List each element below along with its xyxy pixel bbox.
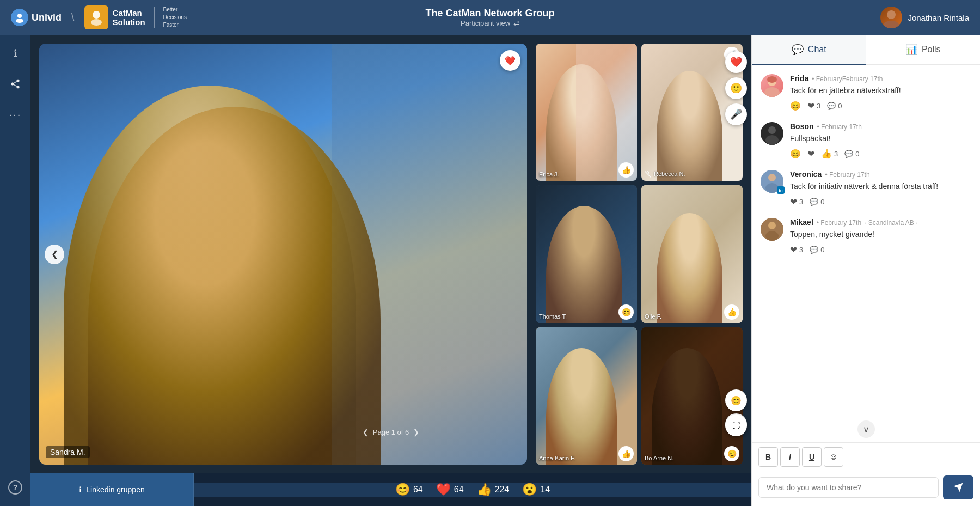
msg-author-frida: Frida bbox=[790, 74, 808, 83]
chat-tab-label: Chat bbox=[808, 45, 826, 54]
svg-point-24 bbox=[765, 231, 779, 241]
msg-content-mikael: Mikael • February 17th · Scandinavia AB … bbox=[790, 218, 971, 255]
avatar-mikael bbox=[761, 218, 783, 241]
main-speaker-stream bbox=[39, 44, 527, 465]
comment-btn-v[interactable]: 💬 0 bbox=[810, 198, 824, 206]
stat-smiley: 😊 64 bbox=[395, 483, 423, 497]
tab-chat[interactable]: 💬 Chat bbox=[752, 35, 866, 65]
prev-page-icon[interactable]: ❮ bbox=[363, 428, 369, 436]
reaction-heart-m[interactable]: ❤ 3 bbox=[790, 245, 803, 255]
message-boson: Boson • February 17th Fullspäckat! 😊 ❤ 👍… bbox=[761, 122, 971, 159]
main-speaker-video: Sandra M. ❤️ bbox=[39, 44, 527, 465]
svg-point-13 bbox=[764, 87, 780, 97]
emoji-float-btn[interactable]: 😊 bbox=[725, 389, 747, 411]
polls-tab-label: Polls bbox=[922, 45, 941, 54]
right-reaction-column: ❤️ 🙂 🎤 bbox=[725, 51, 747, 125]
msg-header-mikael: Mikael • February 17th · Scandinavia AB … bbox=[790, 218, 971, 227]
top-smiley-btn[interactable]: 🙂 bbox=[725, 77, 747, 99]
main-content: ℹ ··· ? ❮ bbox=[0, 35, 980, 506]
msg-author-boson: Boson bbox=[790, 122, 814, 131]
univid-text: Univid bbox=[32, 12, 62, 23]
emoji-picker-btn[interactable]: ☺ bbox=[824, 447, 843, 467]
bottom-bar: ℹ Linkedin gruppen 😊 64 ❤️ 64 👍 224 😮 bbox=[30, 473, 751, 506]
svg-point-2 bbox=[93, 11, 100, 19]
chat-input[interactable] bbox=[758, 477, 939, 498]
avatar-boson bbox=[761, 122, 783, 145]
chat-input-row bbox=[752, 471, 980, 506]
reaction-heart-f[interactable]: ❤ 3 bbox=[807, 101, 820, 111]
thumb-name-thomas: Thomas T. bbox=[539, 313, 567, 320]
italic-btn[interactable]: I bbox=[780, 447, 800, 467]
heart-reaction-btn[interactable]: ❤️ bbox=[500, 50, 520, 71]
send-button[interactable] bbox=[943, 475, 973, 499]
prev-page-button[interactable]: ❮ bbox=[45, 245, 64, 264]
msg-reactions-veronica: ❤ 3 💬 0 bbox=[790, 197, 971, 207]
next-page-icon[interactable]: ❯ bbox=[413, 428, 419, 436]
linkedin-button[interactable]: ℹ Linkedin gruppen bbox=[30, 473, 194, 506]
reaction-smiley-f[interactable]: 😊 bbox=[790, 101, 801, 111]
reaction-heart-b[interactable]: ❤ bbox=[807, 149, 814, 159]
info-icon[interactable]: ℹ bbox=[5, 44, 25, 63]
user-profile[interactable]: Jonathan Rintala bbox=[880, 7, 969, 28]
linkedin-badge-veronica: in bbox=[777, 186, 785, 194]
underline-btn[interactable]: U bbox=[802, 447, 822, 467]
header-logo: Univid \ CatMan Solution BetterDecisions… bbox=[11, 5, 187, 29]
msg-author-mikael: Mikael bbox=[790, 218, 813, 227]
msg-header-veronica: Veronica • February 17th bbox=[790, 170, 971, 179]
scroll-down-btn[interactable]: ∨ bbox=[857, 420, 875, 438]
reaction-smiley-b[interactable]: 😊 bbox=[790, 149, 801, 159]
svg-point-9 bbox=[11, 83, 14, 86]
reaction-thumbs-b[interactable]: 👍 3 bbox=[821, 149, 838, 159]
fullscreen-btn[interactable]: ⛶ bbox=[725, 414, 747, 436]
thumb-name-olle: Olle F. bbox=[645, 313, 661, 320]
thumb-name-boarne: Bo Arne N. bbox=[645, 455, 673, 461]
help-icon[interactable]: ? bbox=[5, 478, 25, 497]
top-thumbsup-btn[interactable]: 🎤 bbox=[725, 103, 747, 125]
thumb-reaction-boarne[interactable]: 😊 bbox=[724, 446, 739, 461]
bold-btn[interactable]: B bbox=[758, 447, 778, 467]
wow-count: 14 bbox=[540, 485, 550, 495]
polls-tab-icon: 📊 bbox=[905, 44, 917, 56]
msg-reactions-boson: 😊 ❤ 👍 3 💬 0 bbox=[790, 149, 971, 159]
svg-point-5 bbox=[884, 21, 899, 28]
thumbnail-thomas: Thomas T. 😊 bbox=[536, 185, 637, 322]
avatar-frida bbox=[761, 74, 783, 97]
msg-text-veronica: Tack för initiativ nätverk & denna först… bbox=[790, 181, 971, 192]
linkedin-icon: ℹ bbox=[79, 485, 82, 494]
event-title: The CatMan Network Group bbox=[425, 8, 554, 19]
chat-messages: Frida • FebruaryFebruary 17th Tack för e… bbox=[752, 65, 980, 416]
scroll-indicator: ∨ bbox=[752, 416, 980, 442]
msg-content-frida: Frida • FebruaryFebruary 17th Tack för e… bbox=[790, 74, 971, 111]
stat-thumbs: 👍 224 bbox=[477, 483, 510, 497]
svg-point-3 bbox=[91, 19, 102, 26]
more-icon[interactable]: ··· bbox=[5, 105, 25, 124]
message-mikael: Mikael • February 17th · Scandinavia AB … bbox=[761, 218, 971, 255]
left-sidebar: ℹ ··· ? bbox=[0, 35, 30, 506]
msg-header-frida: Frida • FebruaryFebruary 17th bbox=[790, 74, 971, 83]
video-container: ❮ Sandra M. ❤️ bbox=[30, 35, 751, 473]
chat-tab-icon: 💬 bbox=[792, 44, 804, 56]
comment-btn-f[interactable]: 💬 0 bbox=[827, 102, 842, 110]
stat-heart: ❤️ 64 bbox=[436, 483, 464, 497]
comment-btn-b[interactable]: 💬 0 bbox=[844, 150, 859, 158]
svg-point-0 bbox=[17, 14, 22, 18]
svg-line-7 bbox=[14, 81, 17, 83]
top-heart-btn[interactable]: ❤️ bbox=[725, 51, 747, 73]
thumb-reaction-annak[interactable]: 👍 bbox=[618, 446, 634, 461]
heart-icon: ❤️ bbox=[436, 483, 451, 497]
msg-time-mikael: • February 17th bbox=[817, 219, 861, 227]
catman-icon bbox=[84, 5, 108, 29]
share-icon[interactable] bbox=[5, 74, 25, 94]
msg-content-veronica: Veronica • February 17th Tack för initia… bbox=[790, 170, 971, 207]
thumb-reaction-olle[interactable]: 👍 bbox=[724, 304, 739, 320]
msg-text-boson: Fullspäckat! bbox=[790, 133, 971, 144]
svg-point-20 bbox=[768, 174, 776, 181]
msg-text-frida: Tack för en jättebra nätverksträff! bbox=[790, 85, 971, 96]
user-name: Jonathan Rintala bbox=[908, 13, 969, 22]
reaction-heart-v[interactable]: ❤ 3 bbox=[790, 197, 803, 207]
thumb-reaction-thomas[interactable]: 😊 bbox=[618, 304, 634, 320]
header: Univid \ CatMan Solution BetterDecisions… bbox=[0, 0, 980, 35]
comment-btn-m[interactable]: 💬 0 bbox=[810, 246, 824, 254]
tab-polls[interactable]: 📊 Polls bbox=[866, 35, 981, 65]
svg-line-6 bbox=[14, 84, 17, 86]
